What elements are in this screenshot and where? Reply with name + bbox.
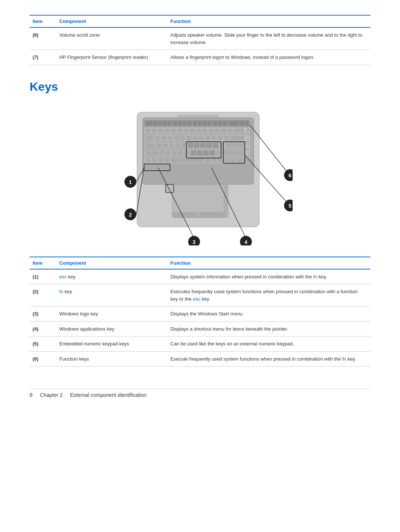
svg-text:3: 3 xyxy=(193,239,196,245)
svg-rect-11 xyxy=(183,121,187,126)
top-table-header-component: Component xyxy=(59,15,170,27)
svg-rect-30 xyxy=(183,128,189,133)
svg-text:4: 4 xyxy=(244,239,247,245)
svg-rect-47 xyxy=(186,136,191,140)
svg-text:5: 5 xyxy=(289,203,291,209)
section-heading-keys: Keys xyxy=(30,80,370,94)
svg-rect-53 xyxy=(224,136,229,140)
svg-rect-46 xyxy=(180,136,185,140)
svg-rect-22 xyxy=(246,121,249,126)
footer-chapter: Chapter 2 xyxy=(40,392,63,398)
svg-rect-4 xyxy=(146,121,152,126)
svg-rect-85 xyxy=(158,158,163,163)
svg-rect-98 xyxy=(166,184,174,193)
row-item: (5) xyxy=(30,337,59,352)
svg-rect-35 xyxy=(215,128,220,133)
svg-rect-6 xyxy=(158,121,162,126)
svg-rect-54 xyxy=(230,136,244,140)
svg-rect-79 xyxy=(210,151,215,155)
svg-rect-19 xyxy=(223,121,227,126)
table-row: (4) Windows applications key Displays a … xyxy=(30,321,370,337)
svg-rect-92 xyxy=(230,158,236,163)
svg-rect-88 xyxy=(205,158,210,163)
row-component: fn key xyxy=(59,284,170,307)
svg-rect-21 xyxy=(240,121,244,126)
table-row: (5) Embedded numeric keypad keys Can be … xyxy=(30,337,370,352)
table-row: (3) Windows logo key Displays the Window… xyxy=(30,307,370,322)
table-row: (2) fn key Executes frequently used syst… xyxy=(30,284,370,307)
row-component: HP Fingerprint Sensor (fingerprint reade… xyxy=(59,50,170,65)
bottom-table: Item Component Function (1) esc key Disp… xyxy=(30,257,370,367)
row-component: Windows logo key xyxy=(59,307,170,322)
svg-rect-57 xyxy=(156,143,161,148)
bottom-table-header-component: Component xyxy=(59,257,170,269)
svg-rect-44 xyxy=(167,136,173,140)
svg-rect-25 xyxy=(152,128,157,133)
svg-rect-66 xyxy=(213,143,218,148)
svg-rect-33 xyxy=(202,128,207,133)
row-component: Function keys xyxy=(59,351,170,367)
svg-rect-72 xyxy=(166,151,171,155)
row-function: Adjusts speaker volume. Slide your finge… xyxy=(170,27,370,50)
table-row: (1) esc key Displays system information … xyxy=(30,269,370,284)
svg-rect-71 xyxy=(159,151,164,155)
svg-rect-59 xyxy=(169,143,174,148)
svg-rect-64 xyxy=(200,143,206,148)
svg-rect-18 xyxy=(218,121,222,126)
svg-rect-9 xyxy=(173,121,177,126)
svg-rect-56 xyxy=(146,143,155,148)
row-function: Displays a shortcut menu for items benea… xyxy=(170,321,370,337)
svg-rect-37 xyxy=(227,128,233,133)
component-code-esc: esc xyxy=(59,274,67,280)
svg-rect-17 xyxy=(213,121,217,126)
esc-code: esc xyxy=(193,296,200,302)
row-component: esc key xyxy=(59,269,170,284)
bottom-section: Item Component Function (1) esc key Disp… xyxy=(30,257,370,367)
row-item: (3) xyxy=(30,307,59,322)
svg-rect-65 xyxy=(207,143,212,148)
footer-chapter-title: External component identification xyxy=(70,392,146,398)
svg-rect-13 xyxy=(193,121,197,126)
svg-rect-60 xyxy=(175,143,180,148)
svg-rect-70 xyxy=(146,151,158,155)
svg-rect-39 xyxy=(247,128,249,133)
svg-rect-74 xyxy=(178,151,183,155)
svg-rect-49 xyxy=(199,136,204,140)
svg-rect-76 xyxy=(191,151,196,155)
svg-rect-50 xyxy=(205,136,210,140)
svg-rect-89 xyxy=(211,158,217,163)
row-function: Displays the Windows Start menu. xyxy=(170,307,370,322)
svg-rect-78 xyxy=(203,151,209,155)
svg-rect-16 xyxy=(208,121,211,126)
fn-code-2: fn xyxy=(342,356,346,362)
svg-rect-32 xyxy=(196,128,201,133)
svg-rect-15 xyxy=(203,121,207,126)
svg-rect-24 xyxy=(146,128,151,133)
row-item: (7) xyxy=(30,50,59,65)
row-component: Windows applications key xyxy=(59,321,170,337)
svg-rect-52 xyxy=(218,136,223,140)
svg-rect-68 xyxy=(226,143,244,148)
svg-rect-77 xyxy=(197,151,202,155)
svg-rect-86 xyxy=(164,158,170,163)
svg-rect-51 xyxy=(211,136,217,140)
svg-rect-10 xyxy=(178,121,182,126)
svg-rect-34 xyxy=(209,128,214,133)
svg-rect-12 xyxy=(188,121,191,126)
svg-rect-63 xyxy=(194,143,199,148)
top-table: Item Component Function (6) Volume scrol… xyxy=(30,15,370,65)
svg-rect-38 xyxy=(234,128,244,133)
row-component: Volume scroll zone xyxy=(59,27,170,50)
svg-rect-87 xyxy=(171,158,204,163)
svg-rect-28 xyxy=(171,128,176,133)
svg-rect-91 xyxy=(224,158,229,163)
svg-text:2: 2 xyxy=(129,212,132,218)
component-code-fn: fn xyxy=(59,289,63,294)
fn-code-1: fn xyxy=(313,274,317,280)
svg-rect-61 xyxy=(181,143,187,148)
svg-rect-29 xyxy=(177,128,182,133)
row-function: Allows a fingerprint logon to Windows, i… xyxy=(170,50,370,65)
svg-rect-8 xyxy=(168,121,171,126)
top-table-header-function: Function xyxy=(170,15,370,27)
table-row: (6) Function keys Execute frequently use… xyxy=(30,351,370,367)
